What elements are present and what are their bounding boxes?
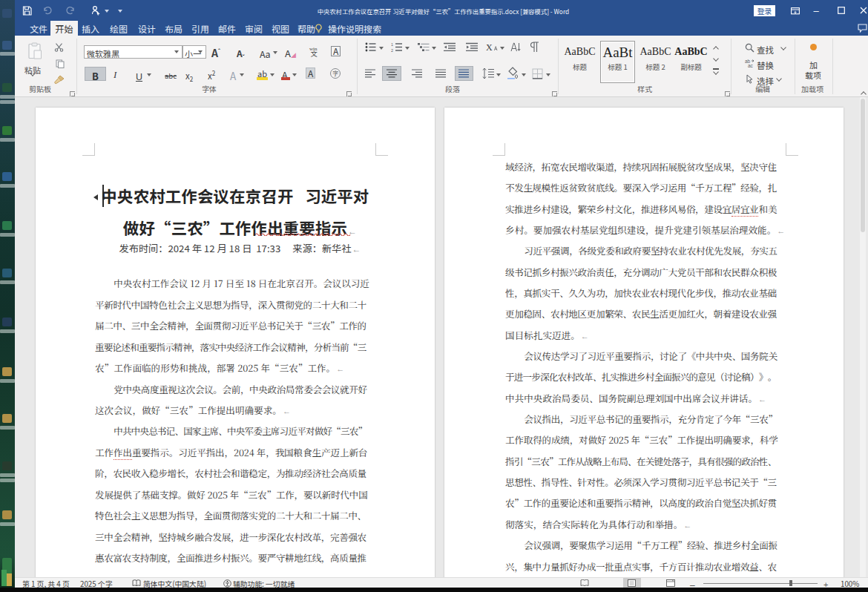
svg-text:字: 字 (333, 69, 339, 77)
svg-text:文: 文 (311, 49, 318, 57)
svg-text:1: 1 (391, 42, 393, 47)
svg-text:X: X (486, 42, 493, 53)
svg-text:ac: ac (748, 63, 754, 68)
svg-text:2: 2 (391, 48, 393, 52)
